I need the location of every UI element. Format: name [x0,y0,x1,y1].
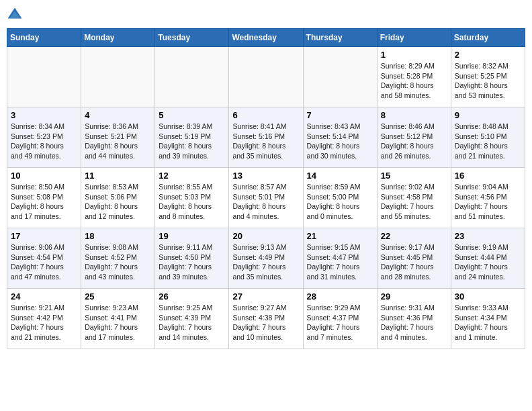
calendar-cell: 8Sunrise: 8:46 AMSunset: 5:12 PMDaylight… [377,107,451,168]
day-number: 8 [381,110,447,120]
day-number: 2 [455,50,521,60]
calendar-cell: 25Sunrise: 9:23 AMSunset: 4:41 PMDayligh… [81,289,155,349]
calendar-cell: 17Sunrise: 9:06 AMSunset: 4:54 PMDayligh… [7,228,81,289]
day-info: Sunrise: 8:46 AMSunset: 5:12 PMDaylight:… [381,122,447,161]
calendar-cell: 30Sunrise: 9:33 AMSunset: 4:34 PMDayligh… [451,289,525,349]
calendar-cell: 4Sunrise: 8:36 AMSunset: 5:21 PMDaylight… [81,107,155,168]
day-info: Sunrise: 9:27 AMSunset: 4:38 PMDaylight:… [232,303,299,342]
day-number: 30 [455,291,521,302]
logo [7,7,24,23]
day-info: Sunrise: 8:39 AMSunset: 5:19 PMDaylight:… [159,122,225,161]
calendar-cell: 11Sunrise: 8:53 AMSunset: 5:06 PMDayligh… [81,168,155,228]
day-number: 1 [381,50,447,60]
day-info: Sunrise: 8:29 AMSunset: 5:28 PMDaylight:… [381,61,447,101]
calendar-cell: 18Sunrise: 9:08 AMSunset: 4:52 PMDayligh… [81,228,155,289]
day-info: Sunrise: 8:55 AMSunset: 5:03 PMDaylight:… [159,182,225,222]
calendar-cell: 5Sunrise: 8:39 AMSunset: 5:19 PMDaylight… [155,107,229,168]
day-info: Sunrise: 8:43 AMSunset: 5:14 PMDaylight:… [307,122,373,161]
day-number: 16 [455,171,521,181]
day-number: 22 [381,231,447,241]
day-info: Sunrise: 8:48 AMSunset: 5:10 PMDaylight:… [455,122,521,161]
calendar-cell [7,47,81,107]
calendar-cell: 29Sunrise: 9:31 AMSunset: 4:36 PMDayligh… [377,289,451,349]
day-number: 9 [455,110,521,120]
calendar-cell: 9Sunrise: 8:48 AMSunset: 5:10 PMDaylight… [451,107,525,168]
day-number: 24 [11,291,77,302]
day-number: 26 [159,291,225,302]
day-info: Sunrise: 8:34 AMSunset: 5:23 PMDaylight:… [11,122,77,161]
day-header-sunday: Sunday [7,29,81,47]
day-number: 25 [85,291,151,302]
calendar-cell: 16Sunrise: 9:04 AMSunset: 4:56 PMDayligh… [451,168,525,228]
calendar-cell: 13Sunrise: 8:57 AMSunset: 5:01 PMDayligh… [229,168,303,228]
day-number: 15 [381,171,447,181]
calendar-week-row: 17Sunrise: 9:06 AMSunset: 4:54 PMDayligh… [7,228,525,289]
day-number: 18 [85,231,151,241]
day-info: Sunrise: 8:57 AMSunset: 5:01 PMDaylight:… [232,182,299,222]
day-number: 11 [85,171,151,181]
day-number: 19 [159,231,225,241]
calendar-cell: 27Sunrise: 9:27 AMSunset: 4:38 PMDayligh… [229,289,303,349]
calendar-cell: 28Sunrise: 9:29 AMSunset: 4:37 PMDayligh… [303,289,377,349]
day-header-tuesday: Tuesday [155,29,229,47]
day-info: Sunrise: 9:17 AMSunset: 4:45 PMDaylight:… [381,242,447,282]
day-header-monday: Monday [81,29,155,47]
day-number: 21 [307,231,373,241]
day-info: Sunrise: 9:08 AMSunset: 4:52 PMDaylight:… [85,242,151,282]
day-number: 3 [11,110,77,120]
calendar-cell: 19Sunrise: 9:11 AMSunset: 4:50 PMDayligh… [155,228,229,289]
day-number: 17 [11,231,77,241]
day-header-friday: Friday [377,29,451,47]
day-number: 4 [85,110,151,120]
day-info: Sunrise: 9:13 AMSunset: 4:49 PMDaylight:… [232,242,299,282]
calendar-week-row: 24Sunrise: 9:21 AMSunset: 4:42 PMDayligh… [7,289,525,349]
day-header-thursday: Thursday [303,29,377,47]
calendar-cell [229,47,303,107]
calendar-cell: 1Sunrise: 8:29 AMSunset: 5:28 PMDaylight… [377,47,451,107]
day-info: Sunrise: 8:36 AMSunset: 5:21 PMDaylight:… [85,122,151,161]
calendar-week-row: 3Sunrise: 8:34 AMSunset: 5:23 PMDaylight… [7,107,525,168]
calendar-cell: 7Sunrise: 8:43 AMSunset: 5:14 PMDaylight… [303,107,377,168]
calendar-week-row: 10Sunrise: 8:50 AMSunset: 5:08 PMDayligh… [7,168,525,228]
day-info: Sunrise: 9:31 AMSunset: 4:36 PMDaylight:… [381,303,447,342]
calendar-cell: 21Sunrise: 9:15 AMSunset: 4:47 PMDayligh… [303,228,377,289]
day-info: Sunrise: 9:21 AMSunset: 4:42 PMDaylight:… [11,303,77,342]
day-info: Sunrise: 9:06 AMSunset: 4:54 PMDaylight:… [11,242,77,282]
calendar-cell [303,47,377,107]
day-number: 5 [159,110,225,120]
calendar-cell [155,47,229,107]
calendar-cell: 14Sunrise: 8:59 AMSunset: 5:00 PMDayligh… [303,168,377,228]
day-header-saturday: Saturday [451,29,525,47]
day-info: Sunrise: 9:19 AMSunset: 4:44 PMDaylight:… [455,242,521,282]
day-info: Sunrise: 9:11 AMSunset: 4:50 PMDaylight:… [159,242,225,282]
day-info: Sunrise: 8:41 AMSunset: 5:16 PMDaylight:… [232,122,299,161]
calendar-cell [81,47,155,107]
day-info: Sunrise: 9:23 AMSunset: 4:41 PMDaylight:… [85,303,151,342]
calendar-cell: 26Sunrise: 9:25 AMSunset: 4:39 PMDayligh… [155,289,229,349]
day-info: Sunrise: 9:02 AMSunset: 4:58 PMDaylight:… [381,182,447,222]
day-number: 28 [307,291,373,302]
day-number: 13 [232,171,299,181]
day-number: 6 [232,110,299,120]
day-number: 23 [455,231,521,241]
day-number: 7 [307,110,373,120]
day-info: Sunrise: 8:50 AMSunset: 5:08 PMDaylight:… [11,182,77,222]
calendar-cell: 6Sunrise: 8:41 AMSunset: 5:16 PMDaylight… [229,107,303,168]
calendar-table: SundayMondayTuesdayWednesdayThursdayFrid… [7,28,525,349]
calendar-header-row: SundayMondayTuesdayWednesdayThursdayFrid… [7,29,525,47]
calendar-cell: 2Sunrise: 8:32 AMSunset: 5:25 PMDaylight… [451,47,525,107]
calendar-cell: 10Sunrise: 8:50 AMSunset: 5:08 PMDayligh… [7,168,81,228]
day-number: 14 [307,171,373,181]
calendar-cell: 22Sunrise: 9:17 AMSunset: 4:45 PMDayligh… [377,228,451,289]
day-number: 29 [381,291,447,302]
day-info: Sunrise: 9:29 AMSunset: 4:37 PMDaylight:… [307,303,373,342]
page-header [7,7,525,23]
day-header-wednesday: Wednesday [229,29,303,47]
day-info: Sunrise: 9:25 AMSunset: 4:39 PMDaylight:… [159,303,225,342]
day-info: Sunrise: 8:32 AMSunset: 5:25 PMDaylight:… [455,61,521,101]
day-info: Sunrise: 8:53 AMSunset: 5:06 PMDaylight:… [85,182,151,222]
day-info: Sunrise: 9:04 AMSunset: 4:56 PMDaylight:… [455,182,521,222]
day-number: 20 [232,231,299,241]
day-info: Sunrise: 9:15 AMSunset: 4:47 PMDaylight:… [307,242,373,282]
day-number: 12 [159,171,225,181]
